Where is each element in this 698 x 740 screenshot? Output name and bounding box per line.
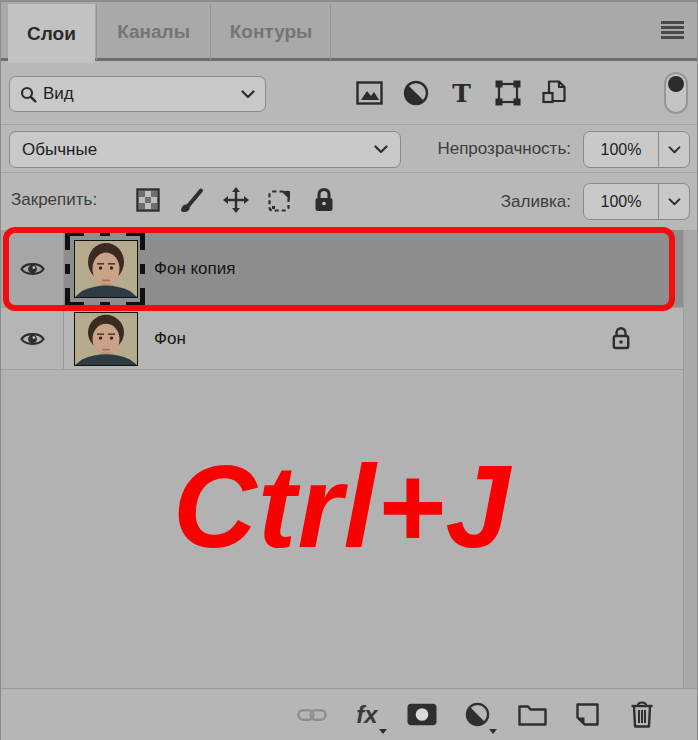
lock-buttons [134,185,337,215]
chevron-down-icon [374,145,388,154]
smart-object-filter-icon[interactable] [539,77,568,109]
new-group-icon[interactable] [517,698,547,732]
layer-thumbnail-wrap [74,240,138,298]
search-icon [20,86,37,103]
adjustment-filter-icon[interactable] [401,77,430,109]
visibility-toggle[interactable] [1,230,64,307]
lock-label: Закрепить: [11,190,97,210]
chevron-down-icon [668,198,681,206]
panel-footer: fx [1,688,698,740]
layer-name[interactable]: Фон копия [154,259,235,279]
scrollbar-gutter[interactable] [683,230,698,688]
fill-value: 100% [584,193,658,211]
delete-layer-icon[interactable] [627,698,657,732]
pixel-layers-filter-icon[interactable] [355,77,384,109]
filter-type-buttons: T [355,77,568,109]
tab-layers[interactable]: Слои [8,4,95,63]
locked-icon [611,326,631,351]
type-filter-icon[interactable]: T [447,77,476,109]
eye-icon [20,330,45,348]
layer-controls: Вид T [1,61,698,230]
layer-thumbnail[interactable] [74,240,138,298]
filter-kind-value: Вид [43,84,74,104]
eye-icon [20,260,45,278]
shortcut-annotation: Ctrl+J [1,440,683,574]
lock-paint-icon[interactable] [178,185,205,215]
panel-menu-icon[interactable] [661,21,684,39]
layer-thumbnail[interactable] [74,312,138,366]
new-adjustment-layer-icon[interactable] [462,698,492,732]
panel-tab-bar: Слои Каналы Контуры [1,0,697,61]
layer-mask-icon[interactable] [407,698,437,732]
opacity-label: Непрозрачность: [437,125,571,173]
layer-style-icon[interactable]: fx [352,698,382,732]
layer-row-bg[interactable]: Фон [1,307,683,370]
opacity-dropdown-button[interactable] [659,146,689,154]
flyout-triangle-icon [489,729,497,734]
layers-panel: Слои Каналы Контуры Вид [0,0,698,740]
fill-dropdown-button[interactable] [659,198,689,206]
tab-paths[interactable]: Контуры [212,4,331,60]
footer-buttons: fx [297,689,657,740]
layers-list: Фон копия Фон [1,230,698,688]
lock-transparency-icon[interactable] [134,185,161,215]
opacity-value: 100% [584,141,658,159]
filter-kind-dropdown[interactable]: Вид [9,76,266,112]
chevron-down-icon [241,90,255,99]
lock-all-icon[interactable] [310,185,337,215]
layer-lock-badge[interactable] [611,326,631,351]
fill-control[interactable]: 100% [583,183,690,220]
lock-artboard-icon[interactable] [266,185,293,215]
chevron-down-icon [668,146,681,154]
lock-position-icon[interactable] [222,185,249,215]
toggle-knob [668,76,684,92]
visibility-toggle[interactable] [1,308,64,369]
shape-filter-icon[interactable] [493,77,522,109]
blend-mode-dropdown[interactable]: Обычные [9,131,401,168]
tab-channels-label: Каналы [117,21,190,43]
opacity-control[interactable]: 100% [583,131,690,168]
layer-filtering-toggle[interactable] [664,72,688,114]
blend-mode-value: Обычные [22,140,97,160]
layer-name[interactable]: Фон [154,329,186,349]
link-layers-icon[interactable] [297,698,327,732]
fill-label: Заливка: [501,173,571,230]
layer-thumbnail-wrap [74,312,138,366]
new-layer-icon[interactable] [572,698,602,732]
tab-channels[interactable]: Каналы [96,4,211,60]
flyout-triangle-icon [379,729,387,734]
tab-layers-label: Слои [27,23,76,45]
tab-paths-label: Контуры [230,21,313,43]
layer-row-bg-copy[interactable]: Фон копия [1,230,683,307]
